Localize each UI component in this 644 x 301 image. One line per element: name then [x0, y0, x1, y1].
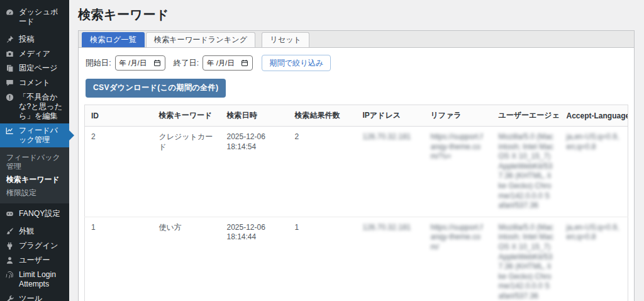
cell-user-agent-blurred: Mozilla/5.0 (Macintosh; Intel Mac OS X 1…: [492, 127, 560, 217]
table-row: 1 使い方 2025-12-06 18:14:44 1 126.70.32.18…: [85, 217, 628, 301]
sidebar-item-label: 外観: [19, 227, 34, 236]
tab-panel-body: 開始日: 年 /月/日 終了日: 年 /月/日 期間で絞り込み CSVダウンロー…: [79, 48, 634, 301]
sidebar-item-label: メディア: [19, 49, 50, 59]
submenu-item-feedback-management[interactable]: フィードバック管理: [0, 150, 69, 173]
submenu-item-search-keywords[interactable]: 検索キーワード: [0, 173, 69, 186]
sidebar-item-posts[interactable]: 投稿: [0, 32, 69, 47]
sidebar-item-label: Limit Login Attempts: [19, 270, 65, 289]
sidebar-item-appearance[interactable]: 外観: [0, 224, 69, 239]
cell-referrer-blurred: https://support.fanqy-theme.com/?s=: [425, 127, 492, 217]
plugin-icon: [5, 241, 14, 251]
date-placeholder: 年 /月/日: [119, 59, 147, 68]
cell-id: 2: [85, 127, 153, 217]
sidebar-item-plugins[interactable]: プラグイン: [0, 239, 69, 253]
sidebar-item-label: コメント: [19, 78, 50, 88]
column-header-accept-language: Accept-Language: [560, 105, 628, 127]
date-placeholder: 年 /月/日: [207, 59, 234, 68]
filter-by-period-button[interactable]: 期間で絞り込み: [262, 55, 331, 71]
end-date-input[interactable]: 年 /月/日: [203, 55, 253, 71]
robot-icon: [5, 209, 14, 219]
search-log-table: ID 検索キーワード 検索日時 検索結果件数 IPアドレス リファラ ユーザーエ…: [84, 105, 628, 301]
column-header-user-agent: ユーザーエージェント: [492, 105, 560, 127]
sidebar-item-fanqy-settings[interactable]: FANQY設定: [0, 207, 69, 221]
brush-icon: [5, 227, 14, 236]
media-icon: [5, 49, 14, 59]
sidebar-item-label: 固定ページ: [19, 64, 58, 73]
content-panel: 検索ログ一覧 検索キーワードランキング リセット 開始日: 年 /月/日 終了日…: [78, 30, 635, 301]
cell-referrer-blurred: https://support.fanqy-theme.com/: [425, 217, 492, 301]
wrench-icon: [5, 294, 14, 301]
feedback-chart-icon: [5, 126, 14, 135]
cell-keyword: 使い方: [153, 217, 221, 301]
tab-reset[interactable]: リセット: [262, 32, 309, 47]
cell-ip-blurred: 126.70.32.181: [357, 127, 425, 217]
cell-keyword: クレジットカード: [153, 127, 221, 217]
cell-datetime: 2025-12-06 18:14:44: [221, 217, 289, 301]
user-icon: [5, 256, 14, 265]
cell-ip-blurred: 126.70.32.181: [357, 217, 425, 301]
sidebar-item-label: 投稿: [19, 35, 34, 44]
column-header-keyword: 検索キーワード: [153, 105, 221, 127]
sidebar-item-label: フィードバック管理: [19, 126, 65, 145]
page-title: 検索キーワード: [78, 6, 635, 23]
column-header-ip: IPアドレス: [357, 105, 425, 127]
calendar-icon: [241, 59, 248, 67]
tab-keyword-ranking[interactable]: 検索キーワードランキング: [146, 32, 256, 47]
start-date-input[interactable]: 年 /月/日: [115, 55, 165, 71]
cell-result-count: 1: [289, 217, 357, 301]
sidebar-item-pages[interactable]: 固定ページ: [0, 61, 69, 76]
wordpress-admin-screen: ダッシュボード 投稿 メディア 固定ページ コメント 「不具合かな?と思ったら」…: [0, 0, 644, 301]
cell-datetime: 2025-12-06 18:14:54: [221, 127, 289, 217]
end-date-label: 終了日:: [174, 58, 199, 69]
tab-search-log-list[interactable]: 検索ログ一覧: [82, 32, 145, 47]
main-content: 検索キーワード 検索ログ一覧 検索キーワードランキング リセット 開始日: 年 …: [69, 0, 644, 301]
comments-icon: [5, 78, 14, 88]
pages-icon: [5, 64, 14, 73]
submenu-item-permission-settings[interactable]: 権限設定: [0, 186, 69, 199]
tab-bar: 検索ログ一覧 検索キーワードランキング リセット: [79, 31, 634, 48]
cell-accept-language-blurred: ja,en-US;q=0.9,en;q=0.8: [560, 127, 628, 217]
cell-result-count: 2: [289, 127, 357, 217]
sidebar-item-media[interactable]: メディア: [0, 47, 69, 61]
sidebar-item-edit-notice[interactable]: 「不具合かな?と思ったら」を編集: [0, 90, 69, 123]
column-header-result-count: 検索結果件数: [289, 105, 357, 127]
sidebar-item-limit-login-attempts[interactable]: Limit Login Attempts: [0, 268, 69, 292]
notice-icon: [5, 93, 14, 102]
pin-icon: [5, 35, 14, 44]
calendar-icon: [153, 59, 161, 67]
admin-sidebar: ダッシュボード 投稿 メディア 固定ページ コメント 「不具合かな?と思ったら」…: [0, 0, 69, 301]
sidebar-item-comments[interactable]: コメント: [0, 76, 69, 90]
cell-accept-language-blurred: ja,en-US;q=0.9,en;q=0.8: [560, 217, 628, 301]
sidebar-item-tools[interactable]: ツール: [0, 292, 69, 301]
feedback-submenu: フィードバック管理 検索キーワード 権限設定: [0, 147, 69, 203]
csv-download-button[interactable]: CSVダウンロード(この期間の全件): [86, 79, 226, 98]
sidebar-item-label: ユーザー: [19, 256, 50, 265]
sidebar-item-dashboard[interactable]: ダッシュボード: [0, 5, 69, 29]
table-row: 2 クレジットカード 2025-12-06 18:14:54 2 126.70.…: [85, 127, 628, 217]
sidebar-item-feedback-management[interactable]: フィードバック管理: [0, 123, 69, 147]
sidebar-item-users[interactable]: ユーザー: [0, 253, 69, 268]
dashboard-icon: [5, 8, 14, 17]
column-header-referrer: リファラ: [425, 105, 492, 127]
sidebar-item-label: ツール: [19, 294, 42, 301]
sidebar-item-label: プラグイン: [19, 241, 58, 251]
sidebar-item-label: FANQY設定: [19, 209, 60, 219]
cell-user-agent-blurred: Mozilla/5.0 (Macintosh; Intel Mac OS X 1…: [492, 217, 560, 301]
cell-id: 1: [85, 217, 153, 301]
date-filter-row: 開始日: 年 /月/日 終了日: 年 /月/日 期間で絞り込み: [86, 55, 628, 71]
sidebar-item-label: 「不具合かな?と思ったら」を編集: [19, 93, 65, 121]
column-header-id: ID: [85, 105, 153, 127]
fingerprint-icon: [5, 270, 14, 280]
sidebar-item-label: ダッシュボード: [19, 8, 65, 26]
table-header: ID 検索キーワード 検索日時 検索結果件数 IPアドレス リファラ ユーザーエ…: [85, 105, 628, 127]
start-date-label: 開始日:: [86, 58, 111, 69]
column-header-datetime: 検索日時: [221, 105, 289, 127]
